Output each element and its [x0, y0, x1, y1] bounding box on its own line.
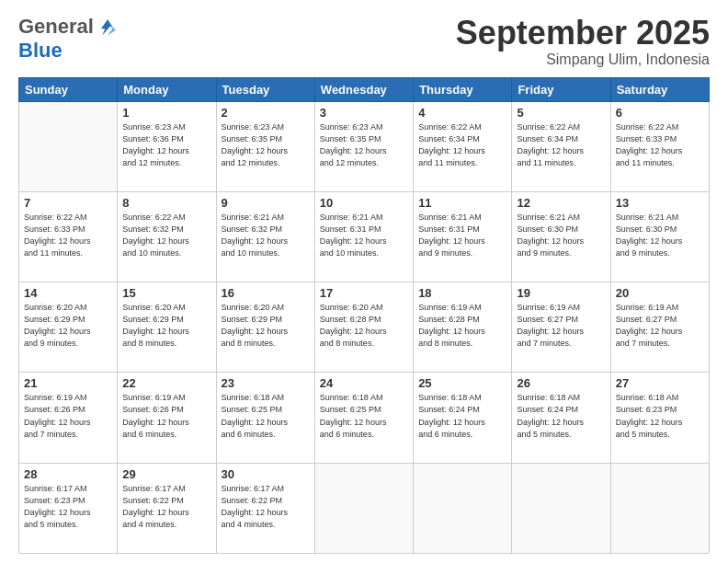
week-row-1: 7Sunrise: 6:22 AM Sunset: 6:33 PM Daylig… [19, 191, 710, 282]
calendar-cell [512, 463, 610, 553]
day-number: 23 [222, 376, 310, 390]
logo-blue: Blue [18, 39, 63, 62]
calendar-cell: 3Sunrise: 6:23 AM Sunset: 6:35 PM Daylig… [314, 101, 413, 191]
day-info: Sunrise: 6:19 AM Sunset: 6:28 PM Dayligh… [418, 302, 506, 350]
day-info: Sunrise: 6:18 AM Sunset: 6:24 PM Dayligh… [418, 392, 506, 440]
day-number: 9 [222, 196, 310, 210]
month-title: September 2025 [456, 15, 710, 52]
day-info: Sunrise: 6:19 AM Sunset: 6:27 PM Dayligh… [616, 302, 704, 350]
calendar-cell: 21Sunrise: 6:19 AM Sunset: 6:26 PM Dayli… [19, 373, 118, 463]
calendar: Sunday Monday Tuesday Wednesday Thursday… [18, 77, 710, 554]
calendar-cell: 13Sunrise: 6:21 AM Sunset: 6:30 PM Dayli… [610, 191, 709, 282]
day-number: 6 [616, 106, 704, 120]
calendar-cell: 25Sunrise: 6:18 AM Sunset: 6:24 PM Dayli… [414, 373, 512, 463]
calendar-cell: 10Sunrise: 6:21 AM Sunset: 6:31 PM Dayli… [314, 191, 413, 282]
location: Simpang Ulim, Indonesia [456, 52, 710, 68]
day-number: 14 [24, 286, 112, 300]
header-friday: Friday [512, 77, 610, 101]
day-info: Sunrise: 6:19 AM Sunset: 6:27 PM Dayligh… [517, 302, 605, 350]
day-info: Sunrise: 6:21 AM Sunset: 6:31 PM Dayligh… [418, 212, 506, 259]
day-number: 30 [222, 467, 310, 481]
day-info: Sunrise: 6:18 AM Sunset: 6:24 PM Dayligh… [517, 392, 605, 440]
day-info: Sunrise: 6:23 AM Sunset: 6:35 PM Dayligh… [320, 121, 408, 169]
logo-general: General [18, 15, 94, 39]
day-number: 4 [418, 106, 506, 120]
day-number: 22 [122, 376, 210, 390]
calendar-cell [414, 463, 512, 553]
calendar-cell: 6Sunrise: 6:22 AM Sunset: 6:33 PM Daylig… [610, 101, 709, 191]
header-sunday: Sunday [19, 77, 118, 101]
calendar-cell [610, 463, 709, 553]
calendar-cell: 20Sunrise: 6:19 AM Sunset: 6:27 PM Dayli… [610, 282, 709, 373]
header: General Blue September 2025 Simpang Ulim… [18, 15, 710, 68]
day-info: Sunrise: 6:22 AM Sunset: 6:33 PM Dayligh… [24, 212, 112, 259]
day-number: 25 [418, 376, 506, 390]
day-info: Sunrise: 6:21 AM Sunset: 6:31 PM Dayligh… [320, 212, 408, 259]
day-info: Sunrise: 6:17 AM Sunset: 6:22 PM Dayligh… [122, 483, 210, 531]
day-number: 15 [122, 286, 210, 300]
day-number: 26 [517, 376, 605, 390]
day-number: 27 [616, 376, 704, 390]
header-wednesday: Wednesday [314, 77, 413, 101]
day-info: Sunrise: 6:21 AM Sunset: 6:30 PM Dayligh… [517, 212, 605, 259]
day-number: 20 [616, 286, 704, 300]
calendar-cell: 24Sunrise: 6:18 AM Sunset: 6:25 PM Dayli… [314, 373, 413, 463]
week-row-0: 1Sunrise: 6:23 AM Sunset: 6:36 PM Daylig… [19, 101, 710, 191]
weekday-header-row: Sunday Monday Tuesday Wednesday Thursday… [19, 77, 710, 101]
calendar-cell: 14Sunrise: 6:20 AM Sunset: 6:29 PM Dayli… [19, 282, 118, 373]
calendar-cell: 15Sunrise: 6:20 AM Sunset: 6:29 PM Dayli… [118, 282, 216, 373]
calendar-cell: 8Sunrise: 6:22 AM Sunset: 6:32 PM Daylig… [118, 191, 216, 282]
calendar-cell: 22Sunrise: 6:19 AM Sunset: 6:26 PM Dayli… [118, 373, 216, 463]
header-tuesday: Tuesday [216, 77, 314, 101]
day-info: Sunrise: 6:22 AM Sunset: 6:32 PM Dayligh… [122, 212, 210, 259]
calendar-cell: 28Sunrise: 6:17 AM Sunset: 6:23 PM Dayli… [19, 463, 118, 553]
svg-marker-0 [101, 19, 115, 36]
calendar-cell: 16Sunrise: 6:20 AM Sunset: 6:29 PM Dayli… [216, 282, 314, 373]
day-number: 16 [222, 286, 310, 300]
calendar-cell: 9Sunrise: 6:21 AM Sunset: 6:32 PM Daylig… [216, 191, 314, 282]
day-info: Sunrise: 6:19 AM Sunset: 6:26 PM Dayligh… [122, 392, 210, 440]
day-info: Sunrise: 6:22 AM Sunset: 6:34 PM Dayligh… [517, 121, 605, 169]
day-number: 2 [222, 106, 310, 120]
day-info: Sunrise: 6:22 AM Sunset: 6:33 PM Dayligh… [616, 121, 704, 169]
day-number: 12 [517, 196, 605, 210]
day-info: Sunrise: 6:20 AM Sunset: 6:28 PM Dayligh… [320, 302, 408, 350]
week-row-3: 21Sunrise: 6:19 AM Sunset: 6:26 PM Dayli… [19, 373, 710, 463]
calendar-cell: 26Sunrise: 6:18 AM Sunset: 6:24 PM Dayli… [512, 373, 610, 463]
day-number: 7 [24, 196, 112, 210]
week-row-4: 28Sunrise: 6:17 AM Sunset: 6:23 PM Dayli… [19, 463, 710, 553]
logo-icon [96, 17, 116, 37]
day-info: Sunrise: 6:21 AM Sunset: 6:30 PM Dayligh… [616, 212, 704, 259]
page: General Blue September 2025 Simpang Ulim… [0, 0, 728, 563]
day-number: 8 [122, 196, 210, 210]
calendar-cell: 30Sunrise: 6:17 AM Sunset: 6:22 PM Dayli… [216, 463, 314, 553]
day-info: Sunrise: 6:23 AM Sunset: 6:35 PM Dayligh… [222, 121, 310, 169]
day-info: Sunrise: 6:19 AM Sunset: 6:26 PM Dayligh… [24, 392, 112, 440]
logo: General Blue [18, 15, 116, 63]
day-info: Sunrise: 6:23 AM Sunset: 6:36 PM Dayligh… [122, 121, 210, 169]
svg-marker-1 [108, 28, 116, 36]
calendar-cell: 19Sunrise: 6:19 AM Sunset: 6:27 PM Dayli… [512, 282, 610, 373]
calendar-cell: 23Sunrise: 6:18 AM Sunset: 6:25 PM Dayli… [216, 373, 314, 463]
calendar-cell: 4Sunrise: 6:22 AM Sunset: 6:34 PM Daylig… [414, 101, 512, 191]
day-number: 24 [320, 376, 408, 390]
calendar-cell [314, 463, 413, 553]
day-number: 11 [418, 196, 506, 210]
header-monday: Monday [118, 77, 216, 101]
day-info: Sunrise: 6:21 AM Sunset: 6:32 PM Dayligh… [222, 212, 310, 259]
day-number: 5 [517, 106, 605, 120]
day-number: 18 [418, 286, 506, 300]
day-info: Sunrise: 6:17 AM Sunset: 6:22 PM Dayligh… [222, 483, 310, 531]
day-info: Sunrise: 6:17 AM Sunset: 6:23 PM Dayligh… [24, 483, 112, 531]
calendar-cell: 29Sunrise: 6:17 AM Sunset: 6:22 PM Dayli… [118, 463, 216, 553]
calendar-cell: 1Sunrise: 6:23 AM Sunset: 6:36 PM Daylig… [118, 101, 216, 191]
calendar-cell: 5Sunrise: 6:22 AM Sunset: 6:34 PM Daylig… [512, 101, 610, 191]
week-row-2: 14Sunrise: 6:20 AM Sunset: 6:29 PM Dayli… [19, 282, 710, 373]
day-number: 17 [320, 286, 408, 300]
day-info: Sunrise: 6:22 AM Sunset: 6:34 PM Dayligh… [418, 121, 506, 169]
calendar-cell: 27Sunrise: 6:18 AM Sunset: 6:23 PM Dayli… [610, 373, 709, 463]
calendar-cell: 17Sunrise: 6:20 AM Sunset: 6:28 PM Dayli… [314, 282, 413, 373]
day-number: 3 [320, 106, 408, 120]
day-number: 19 [517, 286, 605, 300]
calendar-cell [19, 101, 118, 191]
